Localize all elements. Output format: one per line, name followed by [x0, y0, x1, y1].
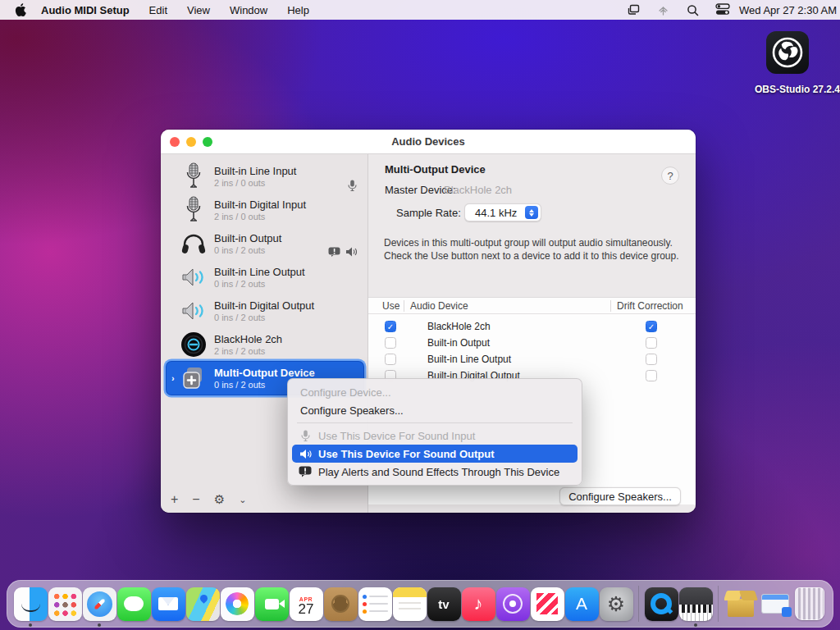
use-checkbox[interactable]: ✓: [385, 321, 396, 332]
dock-item-calendar[interactable]: APR27: [290, 587, 323, 621]
drift-checkbox[interactable]: ✓: [646, 321, 657, 332]
menu-item-configure-speakers[interactable]: Configure Speakers...: [292, 401, 578, 419]
use-checkbox[interactable]: [385, 354, 396, 365]
trash-icon: [795, 587, 824, 620]
music-icon: ♪: [462, 587, 495, 621]
sidebar-item-built-in-line-input[interactable]: Built-in Line Input2 ins / 0 outs: [167, 160, 363, 193]
obs-logo-icon: [766, 31, 809, 74]
apple-tv-icon: tv: [427, 587, 461, 621]
sidebar-item-built-in-line-output[interactable]: Built-in Line Output0 ins / 2 outs: [167, 261, 363, 294]
menu-item-play-alerts-through-device[interactable]: Play Alerts and Sound Effects Through Th…: [292, 463, 578, 481]
menu-item-use-for-sound-output[interactable]: Use This Device For Sound Output: [292, 445, 578, 463]
obs-icon-label: OBS-Studio 27.2.4: [755, 84, 820, 95]
dock-item-news[interactable]: [531, 587, 564, 621]
alert-bubble-icon: [298, 466, 313, 477]
menu-edit[interactable]: Edit: [149, 4, 167, 16]
drift-checkbox[interactable]: [646, 370, 657, 381]
running-indicator: [98, 623, 101, 627]
stepper-icon[interactable]: [525, 206, 538, 219]
col-audio-device[interactable]: Audio Device: [410, 300, 468, 312]
dock-item-trash[interactable]: [793, 587, 827, 621]
news-icon: [531, 587, 564, 621]
system-preferences-icon: ⚙: [600, 587, 633, 621]
contacts-icon: [324, 587, 358, 621]
spotlight-search-icon[interactable]: [686, 3, 700, 17]
menu-view[interactable]: View: [187, 4, 210, 16]
sidebar-toolbar: + − ⚙ ⌄: [171, 493, 246, 506]
menubar-clock[interactable]: Wed Apr 27 2:30 AM: [739, 4, 837, 16]
drift-checkbox[interactable]: [646, 337, 657, 349]
configure-speakers-button[interactable]: Configure Speakers...: [559, 487, 681, 505]
window-titlebar[interactable]: Audio Devices: [161, 130, 696, 154]
maps-icon: [186, 587, 220, 621]
dock-item-finder[interactable]: [14, 587, 48, 621]
dock-item-reminders[interactable]: [358, 587, 392, 621]
dock-item-installer-package[interactable]: [724, 587, 758, 621]
add-device-button[interactable]: +: [171, 493, 178, 506]
dock-separator: [718, 586, 719, 622]
installer-package-icon: [724, 587, 758, 621]
dock-item-safari[interactable]: [83, 587, 116, 621]
dock-item-photos[interactable]: [221, 587, 254, 621]
use-checkbox[interactable]: [385, 337, 396, 349]
table-row-built-in-output[interactable]: Built-in Output: [368, 335, 696, 351]
col-use[interactable]: Use: [382, 300, 399, 312]
dock-item-messages[interactable]: [117, 587, 151, 621]
dock-item-document[interactable]: [759, 587, 792, 621]
dock-item-tv[interactable]: tv: [427, 587, 461, 621]
audio-midi-setup-icon: [679, 587, 713, 621]
chevron-down-icon[interactable]: ⌄: [239, 493, 246, 506]
mail-icon: [152, 587, 185, 621]
windows-overlap-icon[interactable]: [627, 3, 641, 17]
dock-item-notes[interactable]: [393, 587, 427, 621]
dock-item-music[interactable]: ♪: [462, 587, 495, 621]
drift-checkbox[interactable]: [646, 354, 657, 365]
reminders-icon: [358, 587, 392, 621]
notes-icon: [393, 587, 427, 621]
apple-menu-icon[interactable]: [15, 3, 26, 16]
sample-rate-value: 44.1 kHz: [475, 207, 517, 219]
dock-item-app-store[interactable]: A: [565, 587, 599, 621]
row-device-name: BlackHole 2ch: [427, 321, 491, 332]
dock-item-contacts[interactable]: [324, 587, 358, 621]
microphone-icon: [180, 195, 208, 225]
col-drift-correction[interactable]: Drift Correction: [617, 300, 683, 312]
multi-output-icon: [180, 363, 208, 393]
table-row-blackhole-2ch[interactable]: ✓ BlackHole 2ch ✓: [368, 318, 696, 335]
menu-help[interactable]: Help: [287, 4, 309, 16]
table-header: Use Audio Device Drift Correction: [368, 298, 696, 314]
sample-rate-label: Sample Rate:: [396, 207, 461, 219]
master-device-value: BlackHole 2ch: [444, 184, 512, 196]
dock-item-audio-midi-setup[interactable]: [679, 587, 713, 621]
app-menu-title[interactable]: Audio MIDI Setup: [41, 4, 130, 16]
sidebar-item-built-in-output[interactable]: Built-in Output0 ins / 2 outs: [167, 227, 363, 260]
menu-item-configure-device: Configure Device...: [292, 383, 578, 401]
dock-item-quicktime[interactable]: [645, 587, 678, 621]
obs-desktop-icon[interactable]: OBS-Studio 27.2.4: [755, 31, 820, 95]
help-button[interactable]: ?: [661, 167, 679, 185]
control-center-icon[interactable]: [715, 3, 729, 17]
dock-item-mail[interactable]: [152, 587, 185, 621]
alert-bubble-icon: [328, 247, 340, 257]
dock-item-podcasts[interactable]: [496, 587, 530, 621]
device-name: Built-in Line Input: [214, 165, 296, 177]
table-row-built-in-line-output[interactable]: Built-in Line Output: [368, 351, 696, 368]
menu-item-use-for-sound-input: Use This Device For Sound Input: [292, 427, 578, 445]
sidebar-item-blackhole-2ch[interactable]: BlackHole 2ch2 ins / 2 outs: [167, 328, 363, 361]
speaker-icon: [298, 449, 313, 459]
dock-item-system-preferences[interactable]: ⚙: [600, 587, 633, 621]
calendar-icon: APR27: [290, 587, 323, 621]
blackhole-icon: [180, 330, 208, 359]
sidebar-item-built-in-digital-input[interactable]: Built-in Digital Input2 ins / 0 outs: [167, 194, 363, 226]
disclosure-chevron-icon[interactable]: ›: [171, 373, 178, 383]
photos-icon: [221, 587, 254, 621]
sample-rate-select[interactable]: 44.1 kHz: [464, 203, 541, 221]
display-status-icon[interactable]: [656, 3, 670, 17]
gear-action-button[interactable]: ⚙: [214, 493, 225, 506]
dock-item-facetime[interactable]: [255, 587, 289, 621]
dock-item-launchpad[interactable]: [48, 587, 82, 621]
dock-item-maps[interactable]: [186, 587, 220, 621]
sidebar-item-built-in-digital-output[interactable]: Built-in Digital Output0 ins / 2 outs: [167, 294, 363, 327]
remove-device-button[interactable]: −: [192, 493, 199, 506]
menu-window[interactable]: Window: [230, 4, 267, 16]
